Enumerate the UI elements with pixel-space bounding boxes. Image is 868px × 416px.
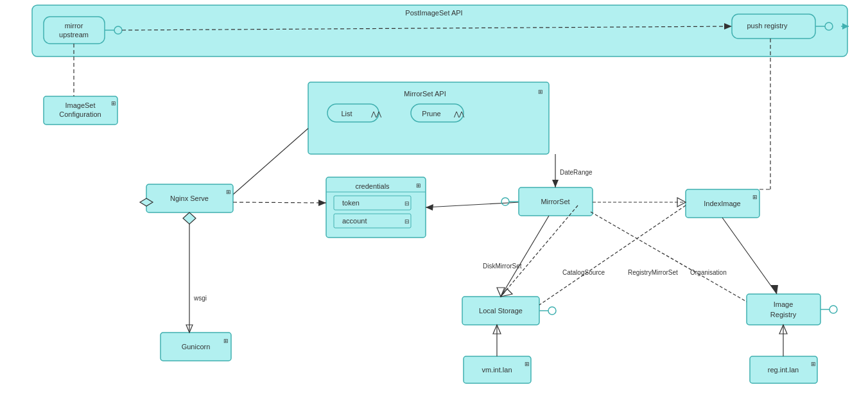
local-storage-label: Local Storage (479, 307, 523, 315)
mirrorset-to-credentials-arrow (426, 202, 520, 207)
account-label: account (342, 217, 367, 225)
diagram-container: PostImageSet API mirror upstream push re… (0, 0, 868, 416)
token-icon: ⊟ (404, 200, 410, 207)
diskmirrorset-label: DiskMirrorSet (483, 263, 522, 270)
credentials-title: credentials (355, 182, 390, 190)
mirrorset-label: MirrorSet (541, 198, 569, 205)
mirrorset-to-localstorage-arrow (501, 216, 549, 297)
image-registry-label2: Registry (770, 311, 797, 318)
indeximage-label: IndexImage (704, 200, 740, 207)
push-registry-label: push registry (747, 22, 788, 30)
mirrorsetapi-to-nginx-arrow (228, 128, 308, 199)
svg-marker-13 (552, 180, 559, 187)
imageset-config-label: ImageSet (65, 101, 95, 109)
gunicorn-label: Gunicorn (182, 343, 211, 351)
mirror-upstream-label2: upstream (59, 31, 89, 39)
list-button-label: List (341, 110, 352, 117)
svg-marker-10 (318, 200, 326, 206)
regintlan-icon: ⊞ (811, 361, 816, 367)
nginx-to-credentials-dashed (233, 202, 326, 203)
mirror-upstream-label: mirror (65, 22, 83, 30)
indeximage-to-imageregistry-arrow (722, 218, 777, 294)
post-image-set-api-title: PostImageSet API (405, 9, 462, 17)
gunicorn-icon: ⊞ (223, 338, 229, 344)
prune-chevron-icon: ⋀⋀ (453, 110, 465, 117)
regintlan-label: reg.int.lan (768, 366, 799, 374)
imageset-config-label2: Configuration (59, 110, 101, 118)
nginx-icon: ⊞ (226, 189, 231, 195)
wsgi-label: wsgi (193, 295, 207, 302)
svg-marker-23 (770, 285, 778, 294)
imageset-config-icon: ⊞ (111, 100, 116, 107)
svg-marker-9 (426, 204, 433, 211)
account-icon: ⊟ (404, 218, 410, 225)
credentials-icon: ⊞ (416, 182, 421, 189)
mirrorset-api-title: MirrorSet API (404, 90, 446, 98)
mirrorset-to-imageregistry-dashed (591, 212, 747, 302)
daterange-label: DateRange (560, 169, 593, 176)
nginx-label: Nginx Serve (170, 195, 209, 202)
svg-point-17 (548, 307, 556, 315)
token-label: token (342, 199, 360, 207)
mirrorset-api-icon: ⊞ (538, 89, 543, 95)
wsgi-diamond (183, 212, 196, 224)
image-registry-label: Image (774, 300, 794, 308)
svg-point-12 (501, 198, 509, 205)
indeximage-to-localstorage-dashed (539, 205, 686, 305)
diagram-svg: PostImageSet API mirror upstream push re… (0, 0, 868, 416)
prune-button-label: Prune (422, 110, 440, 117)
mirror-upstream-box (44, 17, 105, 44)
image-registry-box (747, 294, 820, 325)
registrymirrorset-label: RegistryMirrorSet (628, 269, 678, 276)
svg-point-21 (829, 306, 837, 313)
vmintlan-icon: ⊞ (525, 361, 530, 367)
catalogsource-dashed (501, 205, 578, 297)
vmintlan-label: vm.int.lan (482, 366, 512, 374)
indeximage-icon: ⊞ (752, 194, 758, 200)
list-chevron-icon: ⋀⋀ (370, 110, 382, 117)
